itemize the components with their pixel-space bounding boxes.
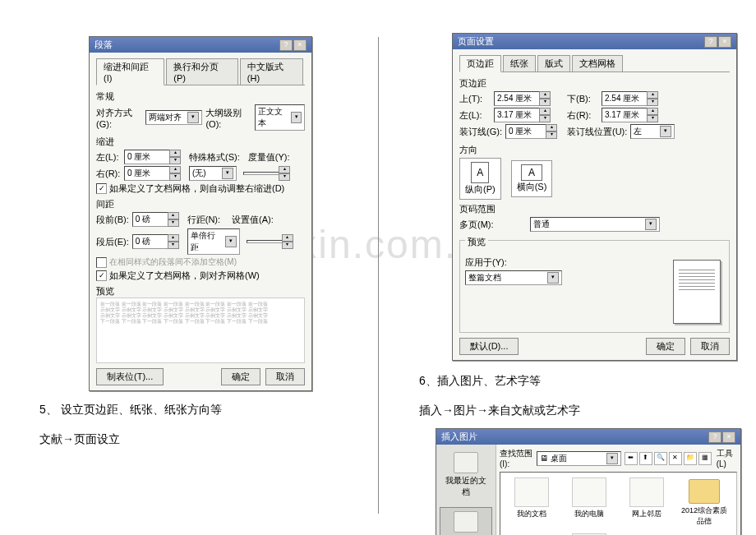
tab-grid[interactable]: 文档网格 xyxy=(572,55,623,72)
file-item[interactable]: 2012综合素质品德 xyxy=(678,477,731,528)
gutter-spinner[interactable]: 0 厘米▴▾ xyxy=(505,124,557,139)
default-button[interactable]: 默认(D)... xyxy=(459,338,519,355)
special-select[interactable]: (无)▾ xyxy=(189,166,237,181)
place-desktop[interactable]: 桌面 xyxy=(440,507,492,535)
back-icon[interactable]: ⬅ xyxy=(625,452,638,465)
spin-up-icon[interactable]: ▴ xyxy=(647,91,658,99)
spin-down-icon[interactable]: ▾ xyxy=(539,99,551,106)
views-icon[interactable]: ▦ xyxy=(698,452,712,465)
spin-up-icon[interactable]: ▴ xyxy=(546,124,557,131)
close-icon[interactable]: × xyxy=(293,39,307,51)
spin-down-icon[interactable]: ▾ xyxy=(169,173,181,181)
checkbox[interactable] xyxy=(96,257,107,268)
chevron-down-icon: ▾ xyxy=(547,272,559,284)
bottom-spinner[interactable]: 2.54 厘米▴▾ xyxy=(602,91,658,106)
portrait-label: 纵向(P) xyxy=(465,183,496,196)
file-item[interactable]: 我的文档 xyxy=(505,477,558,528)
tab-bar: 页边距 纸张 版式 文档网格 xyxy=(459,54,730,72)
checkbox[interactable]: ✓ xyxy=(96,183,107,194)
checkbox[interactable]: ✓ xyxy=(96,270,107,281)
spin-down-icon[interactable]: ▾ xyxy=(279,173,290,181)
tabs-button[interactable]: 制表位(T)... xyxy=(96,368,164,385)
apply-select[interactable]: 整篇文档▾ xyxy=(465,270,562,285)
help-icon[interactable]: ? xyxy=(704,36,717,48)
after-spinner[interactable]: 0 磅▴▾ xyxy=(132,234,179,249)
outline-select[interactable]: 正文文本▾ xyxy=(255,104,305,131)
before-label: 段前(B): xyxy=(96,214,129,226)
spin-down-icon[interactable]: ▾ xyxy=(169,157,181,164)
tab-chinese[interactable]: 中文版式(H) xyxy=(240,58,303,85)
right-indent-spinner[interactable]: 0 厘米▴▾ xyxy=(124,166,181,181)
file-item[interactable]: 我的电脑 xyxy=(563,477,615,528)
special-label: 特殊格式(S): xyxy=(189,151,240,164)
place-recent[interactable]: 我最近的文档 xyxy=(440,448,492,502)
tab-layout[interactable]: 版式 xyxy=(537,55,570,72)
line-select[interactable]: 单倍行距▾ xyxy=(187,228,240,255)
lookin-select[interactable]: 🖥 桌面▾ xyxy=(537,451,621,466)
spin-up-icon[interactable]: ▴ xyxy=(169,150,181,157)
orient-section: 方向 xyxy=(459,144,730,156)
spin-down-icon[interactable]: ▾ xyxy=(647,99,658,106)
chevron-down-icon: ▾ xyxy=(187,112,199,123)
new-folder-icon[interactable]: 📁 xyxy=(684,452,697,465)
left-column: 段落 ? × 缩进和间距(I) 换行和分页(P) 中文版式(H) 常规 对齐方式… xyxy=(39,36,385,457)
spin-up-icon[interactable]: ▴ xyxy=(647,108,658,115)
ok-button[interactable]: 确定 xyxy=(221,368,260,385)
titlebar: 段落 ? × xyxy=(90,37,311,53)
align-select[interactable]: 两端对齐▾ xyxy=(145,110,203,125)
left-spinner[interactable]: 3.17 厘米▴▾ xyxy=(494,108,551,122)
chevron-down-icon: ▾ xyxy=(660,126,671,137)
landscape-option[interactable]: A 横向(S) xyxy=(511,160,553,197)
help-icon[interactable]: ? xyxy=(708,431,721,443)
tab-pagination[interactable]: 换行和分页(P) xyxy=(166,58,238,85)
folder-icon xyxy=(689,479,720,504)
spin-up-icon[interactable]: ▴ xyxy=(168,234,179,242)
close-icon[interactable]: × xyxy=(718,36,731,48)
spin-up-icon[interactable]: ▴ xyxy=(168,212,179,219)
multi-select[interactable]: 普通▾ xyxy=(530,217,660,232)
spin-down-icon[interactable]: ▾ xyxy=(168,242,179,249)
measure-spinner[interactable]: ▴▾ xyxy=(243,166,290,181)
spin-down-icon[interactable]: ▾ xyxy=(168,219,179,227)
landscape-icon: A xyxy=(521,164,542,181)
spin-up-icon[interactable]: ▴ xyxy=(539,108,551,115)
ok-button[interactable]: 确定 xyxy=(646,338,685,355)
spin-down-icon[interactable]: ▾ xyxy=(282,242,293,249)
top-spinner[interactable]: 2.54 厘米▴▾ xyxy=(494,91,551,106)
indent-section: 缩进 xyxy=(96,136,305,148)
help-icon[interactable]: ? xyxy=(279,39,293,51)
tab-paper[interactable]: 纸张 xyxy=(503,55,536,72)
portrait-option[interactable]: A 纵向(P) xyxy=(459,158,501,200)
file-item[interactable]: 网上邻居 xyxy=(620,477,673,528)
before-spinner[interactable]: 0 磅▴▾ xyxy=(132,212,179,227)
setvalue-label: 设置值(A): xyxy=(232,214,274,226)
spin-up-icon[interactable]: ▴ xyxy=(282,234,293,242)
lookin-label: 查找范围(I): xyxy=(500,448,533,468)
spin-up-icon[interactable]: ▴ xyxy=(279,166,290,173)
right-indent-label: 右(R): xyxy=(96,168,121,180)
left-indent-spinner[interactable]: 0 厘米▴▾ xyxy=(124,150,181,164)
spin-down-icon[interactable]: ▾ xyxy=(539,115,551,122)
delete-icon[interactable]: ✕ xyxy=(669,452,682,465)
spin-up-icon[interactable]: ▴ xyxy=(539,91,551,99)
tab-indent[interactable]: 缩进和间距(I) xyxy=(96,58,164,85)
cancel-button[interactable]: 取消 xyxy=(265,368,305,385)
search-icon[interactable]: 🔍 xyxy=(654,452,667,465)
right-column: 页面设置 ? × 页边距 纸张 版式 文档网格 页边距 上(T): 2.54 厘… xyxy=(419,33,748,535)
tools-label[interactable]: 工具(L) xyxy=(717,448,737,468)
close-icon[interactable]: × xyxy=(722,431,735,443)
measure-label: 度量值(Y): xyxy=(248,151,290,164)
cancel-button[interactable]: 取消 xyxy=(690,338,730,355)
spin-up-icon[interactable]: ▴ xyxy=(169,166,181,173)
desktop-icon xyxy=(454,511,478,533)
file-grid[interactable]: 我的文档 我的电脑 网上邻居 2012综合素质品德 中小型密锁制作评家练 1.j… xyxy=(500,472,737,535)
multi-label: 多页(M): xyxy=(459,219,502,231)
setvalue-spinner[interactable]: ▴▾ xyxy=(247,234,293,249)
tab-margins[interactable]: 页边距 xyxy=(459,55,501,72)
spin-down-icon[interactable]: ▾ xyxy=(546,131,557,139)
gutter-pos-select[interactable]: 左▾ xyxy=(630,124,675,139)
folder-icon xyxy=(454,452,478,473)
right-spinner[interactable]: 3.17 厘米▴▾ xyxy=(602,108,658,122)
spin-down-icon[interactable]: ▾ xyxy=(647,115,658,122)
up-icon[interactable]: ⬆ xyxy=(639,452,652,465)
